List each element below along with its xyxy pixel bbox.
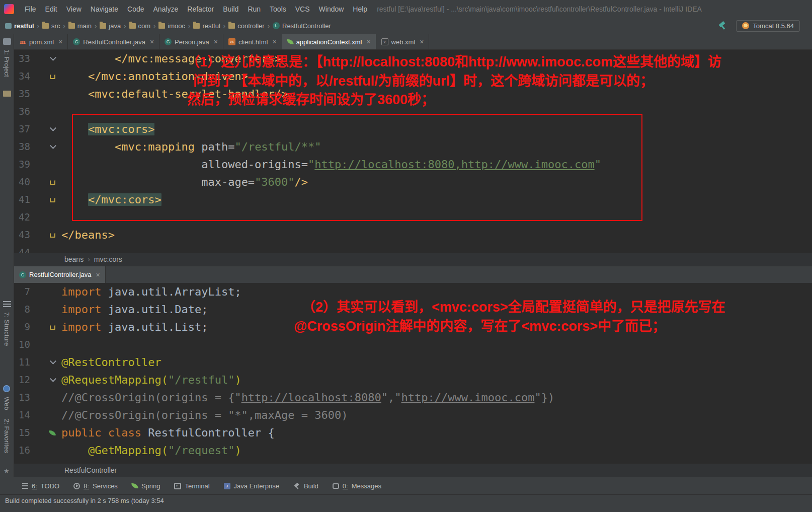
lower-editor-tab-bar: CRestfulController.java× <box>14 266 812 283</box>
tab-pom.xml[interactable]: mpom.xml× <box>14 34 68 49</box>
breadcrumb-label: restful <box>14 22 34 30</box>
breadcrumb-item[interactable]: src <box>42 22 60 30</box>
breadcrumb-item[interactable]: main <box>68 22 92 30</box>
toolwindow-java-enterprise[interactable]: Java Enterprise <box>224 482 279 490</box>
tool-button-structure[interactable]: 7: Structure <box>3 312 11 346</box>
window-title: restful [E:\java\restful] - ...\src\main… <box>377 5 702 13</box>
menu-run[interactable]: Run <box>243 5 265 13</box>
toolwindow-label: Services <box>93 482 118 490</box>
intellij-logo-icon[interactable] <box>4 4 14 14</box>
close-icon[interactable]: × <box>214 38 218 46</box>
toolwindow-todo[interactable]: 6: TODO <box>22 482 59 490</box>
code-text: import java.util.ArrayList; <box>61 283 241 301</box>
close-icon[interactable]: × <box>420 38 424 46</box>
java-editor[interactable]: 7import java.util.ArrayList;8import java… <box>14 283 812 464</box>
project-tool-icon[interactable] <box>3 38 11 45</box>
tool-button-project[interactable]: 1: Project <box>3 49 11 77</box>
tab-RestfulController.java[interactable]: CRestfulController.java× <box>68 34 159 49</box>
gutter <box>32 318 61 336</box>
tab-RestfulController.java[interactable]: CRestfulController.java× <box>14 266 106 283</box>
breadcrumb-label: restful <box>202 22 220 30</box>
code-line: 44 <box>14 244 812 253</box>
menu-file[interactable]: File <box>20 5 41 13</box>
chevron-right-icon: › <box>153 22 155 30</box>
tool-button-web[interactable]: Web <box>3 397 11 410</box>
breadcrumb-item[interactable]: restful <box>193 22 220 30</box>
menu-navigate[interactable]: Navigate <box>86 5 123 13</box>
web-globe-icon[interactable] <box>3 385 10 392</box>
folder-icon <box>42 23 49 29</box>
close-icon[interactable]: × <box>272 38 276 46</box>
chevron-right-icon: › <box>268 22 270 30</box>
line-number: 15 <box>14 424 32 442</box>
menu-code[interactable]: Code <box>123 5 148 13</box>
build-hammer-icon[interactable] <box>718 21 728 31</box>
fold-icon[interactable] <box>50 142 56 149</box>
toolwindow-messages[interactable]: 0: Messages <box>333 482 381 490</box>
toolwindow-spring[interactable]: Spring <box>132 482 160 490</box>
menu-tools[interactable]: Tools <box>265 5 291 13</box>
toolwindow-terminal[interactable]: Terminal <box>174 482 209 490</box>
tab-Person.java[interactable]: CPerson.java× <box>159 34 223 49</box>
close-icon[interactable]: × <box>150 38 154 46</box>
menu-window[interactable]: Window <box>314 5 349 13</box>
marker-icon <box>50 325 55 330</box>
breadcrumb-item[interactable]: mvc:cors <box>94 255 122 263</box>
tab-web.xml[interactable]: xweb.xml× <box>376 34 430 49</box>
gutter <box>32 301 61 318</box>
gutter <box>32 173 61 191</box>
tab-client.html[interactable]: <>client.html× <box>223 34 282 49</box>
fold-icon[interactable] <box>50 376 56 382</box>
breadcrumb-item[interactable]: CRestfulController <box>273 22 331 30</box>
breadcrumb-item[interactable]: com <box>129 22 151 30</box>
breadcrumb-item[interactable]: RestfulController <box>64 466 117 474</box>
menu-refactor[interactable]: Refactor <box>183 5 218 13</box>
structure-tool-icon[interactable] <box>3 301 11 307</box>
code-text: //@CrossOrigin(origins = "*",maxAge = 36… <box>61 406 348 424</box>
close-icon[interactable]: × <box>366 38 370 46</box>
tab-label: Person.java <box>175 38 209 46</box>
breadcrumb-label: src <box>51 22 60 30</box>
close-icon[interactable]: × <box>58 38 62 46</box>
gutter <box>32 406 61 424</box>
code-text: import java.util.Date; <box>61 301 208 318</box>
breadcrumb-item[interactable]: java <box>100 22 121 30</box>
tab-applicationContext.xml[interactable]: applicationContext.xml× <box>282 34 376 49</box>
close-icon[interactable]: × <box>96 271 100 279</box>
code-text: //@CrossOrigin(origins = {"http://localh… <box>61 389 554 406</box>
menu-build[interactable]: Build <box>218 5 243 13</box>
annotation-text-5: @CrossOrigin注解中的内容，写在了<mvc:cors>中了而已； <box>294 315 666 335</box>
chevron-right-icon: › <box>88 255 90 263</box>
breadcrumb-item[interactable]: restful <box>5 22 34 30</box>
build-icon <box>293 483 300 489</box>
code-line: 39 allowed-origins="http://localhost:808… <box>14 156 812 173</box>
toolwindow-build[interactable]: Build <box>293 482 318 490</box>
navigation-bar: restful›src›main›java›com›imooc›restful›… <box>0 18 812 34</box>
code-line: 15public class RestfulController { <box>14 424 812 442</box>
menu-vcs[interactable]: VCS <box>291 5 314 13</box>
breadcrumb-item[interactable]: beans <box>64 255 84 263</box>
tool-button-favorites[interactable]: 2: Favorites <box>3 419 11 453</box>
line-number: 13 <box>14 389 32 406</box>
tab-label: RestfulController.java <box>83 38 145 46</box>
tab-label: client.html <box>238 38 268 46</box>
fold-icon[interactable] <box>50 358 56 364</box>
menu-view[interactable]: View <box>62 5 86 13</box>
left-tool-stripe: 1: Project 7: Structure Web 2: Favorites… <box>0 34 14 477</box>
menu-help[interactable]: Help <box>348 5 372 13</box>
fold-icon[interactable] <box>50 125 56 131</box>
fold-icon[interactable] <box>50 54 56 61</box>
line-number: 41 <box>14 191 32 208</box>
menu-edit[interactable]: Edit <box>41 5 62 13</box>
toolwindow-services[interactable]: 8: Services <box>73 482 118 490</box>
code-text: @RestController <box>61 353 161 371</box>
class-icon: C <box>273 22 280 29</box>
xml-editor[interactable]: 33 </mvc:message-converters>34 </mvc:ann… <box>14 50 812 253</box>
gutter <box>32 191 61 208</box>
menu-analyze[interactable]: Analyze <box>149 5 183 13</box>
breadcrumb-item[interactable]: controller <box>228 22 264 30</box>
breadcrumb-item[interactable]: imooc <box>158 22 185 30</box>
star-icon[interactable]: ★ <box>4 467 10 475</box>
line-number: 36 <box>14 103 32 120</box>
run-configuration-selector[interactable]: Tomcat 8.5.64 <box>736 20 800 32</box>
